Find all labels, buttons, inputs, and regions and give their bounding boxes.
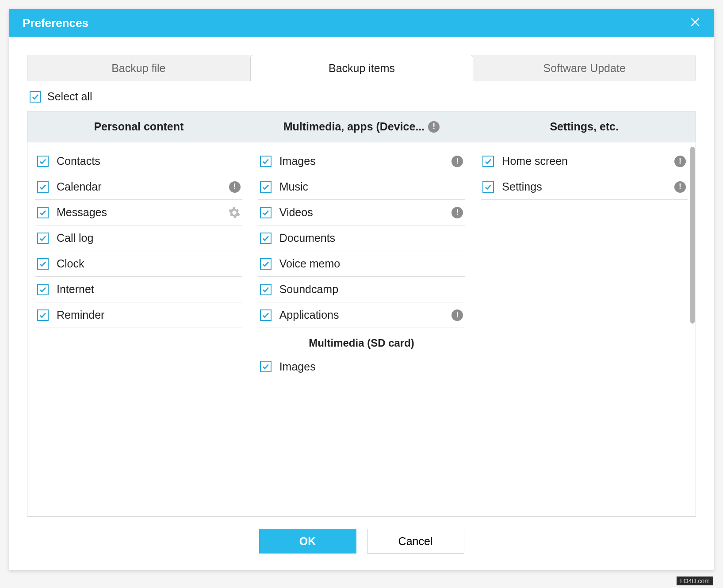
column-multimedia: Images ! Music Videos ! [250, 142, 473, 516]
item-label: Internet [57, 283, 241, 296]
list-item: Clock [35, 251, 242, 277]
item-checkbox[interactable] [260, 181, 272, 193]
item-label: Voice memo [279, 257, 463, 270]
list-item: Documents [258, 225, 465, 251]
sd-subheader: Multimedia (SD card) [260, 337, 463, 349]
select-all-label: Select all [47, 90, 92, 103]
item-checkbox[interactable] [37, 258, 49, 270]
gear-icon[interactable] [228, 206, 241, 219]
tab-bar: Backup file Backup items Software Update [27, 54, 696, 81]
select-all-checkbox[interactable] [30, 91, 41, 103]
item-label: Images [279, 155, 444, 168]
list-item: Images ! [258, 149, 465, 174]
list-item: Calendar ! [35, 174, 242, 200]
tab-backup-file[interactable]: Backup file [27, 55, 250, 81]
window-title: Preferences [23, 16, 88, 30]
item-checkbox[interactable] [37, 156, 49, 167]
item-label: Calendar [57, 180, 221, 193]
info-icon[interactable]: ! [451, 309, 463, 321]
list-item: Home screen ! [481, 149, 688, 174]
item-checkbox[interactable] [260, 156, 272, 167]
list-item: Reminder [35, 302, 242, 328]
item-label: Images [279, 360, 463, 373]
sd-subheader-row: Multimedia (SD card) [258, 328, 465, 354]
column-settings: Home screen ! Settings ! [473, 142, 696, 516]
column-header-settings: Settings, etc. [550, 120, 619, 133]
cancel-button[interactable]: Cancel [367, 529, 464, 554]
info-icon[interactable]: ! [428, 121, 440, 133]
column-personal: Contacts Calendar ! Messages [27, 142, 250, 516]
list-item: Call log [35, 225, 242, 251]
item-checkbox[interactable] [260, 284, 272, 295]
item-checkbox[interactable] [260, 361, 272, 372]
list-item: Images [258, 354, 465, 379]
column-header-multimedia: Multimedia, apps (Device... [283, 120, 425, 133]
list-item: Videos ! [258, 200, 465, 225]
item-label: Documents [279, 232, 463, 244]
dialog-footer: OK Cancel [27, 517, 696, 565]
item-label: Clock [57, 257, 241, 270]
item-checkbox[interactable] [37, 284, 49, 295]
item-checkbox[interactable] [37, 181, 49, 193]
info-icon[interactable]: ! [674, 181, 686, 193]
item-checkbox[interactable] [260, 207, 272, 218]
item-checkbox[interactable] [37, 233, 49, 244]
item-checkbox[interactable] [482, 181, 494, 193]
item-checkbox[interactable] [37, 309, 49, 321]
info-icon[interactable]: ! [451, 207, 463, 218]
list-item: Contacts [35, 149, 242, 174]
item-checkbox[interactable] [37, 207, 49, 218]
list-item: Applications ! [258, 302, 465, 328]
item-label: Messages [57, 206, 220, 219]
ok-button[interactable]: OK [259, 529, 356, 554]
scrollbar-thumb[interactable] [690, 147, 695, 324]
column-header-personal: Personal content [94, 120, 184, 133]
info-icon[interactable]: ! [674, 156, 686, 167]
item-checkbox[interactable] [260, 309, 272, 321]
item-label: Applications [279, 309, 444, 321]
item-label: Call log [57, 232, 241, 244]
list-item: Messages [35, 200, 242, 225]
info-icon[interactable]: ! [229, 181, 241, 193]
items-grid: Personal content Multimedia, apps (Devic… [27, 111, 696, 517]
item-label: Contacts [57, 155, 241, 168]
item-checkbox[interactable] [482, 156, 494, 167]
item-checkbox[interactable] [260, 258, 272, 270]
tab-backup-items[interactable]: Backup items [250, 55, 474, 81]
title-bar: Preferences [9, 9, 714, 37]
list-item: Settings ! [481, 174, 688, 200]
item-checkbox[interactable] [260, 233, 272, 244]
watermark-badge: LO4D.com [677, 577, 713, 585]
item-label: Music [279, 180, 463, 193]
item-label: Home screen [502, 155, 666, 168]
info-icon[interactable]: ! [451, 156, 463, 167]
list-item: Internet [35, 277, 242, 302]
item-label: Videos [279, 206, 444, 219]
list-item: Music [258, 174, 465, 200]
tab-software-update[interactable]: Software Update [473, 55, 696, 81]
preferences-dialog: Preferences Backup file Backup items Sof… [9, 9, 714, 570]
close-icon[interactable] [686, 15, 704, 31]
item-label: Reminder [57, 309, 241, 321]
item-label: Soundcamp [279, 283, 463, 296]
item-label: Settings [502, 180, 666, 193]
list-item: Soundcamp [258, 277, 465, 302]
list-item: Voice memo [258, 251, 465, 277]
